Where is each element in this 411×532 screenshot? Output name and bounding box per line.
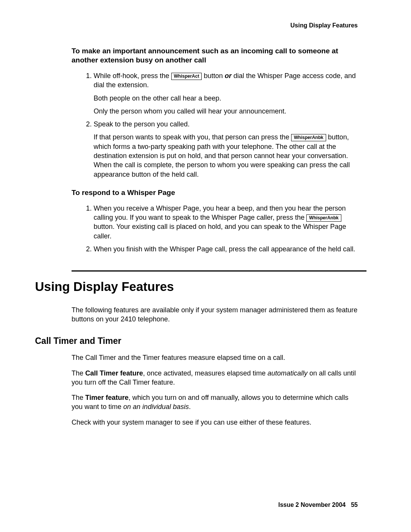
content-block: The following features are available onl… <box>72 305 358 324</box>
step-text: When you finish with the Whisper Page ca… <box>94 245 355 253</box>
chapter-heading: Using Display Features <box>35 278 358 296</box>
horizontal-rule <box>72 270 366 272</box>
text: The <box>72 394 85 401</box>
intro-paragraph: The following features are available onl… <box>72 305 358 324</box>
content-block: To make an important announcement such a… <box>72 46 358 272</box>
content-block: The Call Timer and the Timer features me… <box>72 353 358 427</box>
step-text: button. Your existing call is placed on … <box>94 223 346 240</box>
text: . <box>189 403 191 411</box>
whisperanbk-button-label: WhisperAnbk <box>306 214 341 222</box>
section-title-announcement: To make an important announcement such a… <box>72 46 358 65</box>
page-footer: Issue 2 November 200455 <box>278 501 358 509</box>
whisperanbk-button-label: WhisperAnbk <box>291 134 326 141</box>
step-paragraph: Both people on the other call hear a bee… <box>94 94 358 103</box>
steps-list-respond: When you receive a Whisper Page, you hea… <box>72 204 358 254</box>
step-2: Speak to the person you called. If that … <box>94 120 358 179</box>
text: , once activated, measures elapsed time <box>143 369 268 377</box>
whisperact-button-label: WhisperAct <box>171 73 202 80</box>
bold-call-timer-feature: Call Timer feature <box>85 369 143 377</box>
step-2: When you finish with the Whisper Page ca… <box>94 244 358 254</box>
paragraph: Check with your system manager to see if… <box>72 418 358 427</box>
footer-issue: Issue 2 November 2004 <box>278 502 346 508</box>
step-1: While off-hook, press the WhisperAct but… <box>94 71 358 116</box>
step-1: When you receive a Whisper Page, you hea… <box>94 204 358 241</box>
step-text: While off-hook, press the <box>94 72 171 80</box>
italic-individual-basis: on an individual basis <box>123 403 189 411</box>
subsection-heading: Call Timer and Timer <box>35 335 358 347</box>
step-paragraph: If that person wants to speak with you, … <box>94 133 358 179</box>
step-text: button <box>202 72 225 80</box>
step-paragraph: Only the person whom you called will hea… <box>94 107 358 116</box>
step-text: If that person wants to speak with you, … <box>94 133 291 141</box>
running-header: Using Display Features <box>53 21 358 30</box>
emphasis-or: or <box>225 72 232 80</box>
text: The <box>72 369 85 377</box>
paragraph: The Call Timer and the Timer features me… <box>72 353 358 362</box>
section-title-respond: To respond to a Whisper Page <box>72 188 358 198</box>
bold-timer-feature: Timer feature <box>85 394 129 401</box>
paragraph: The Call Timer feature, once activated, … <box>72 369 358 387</box>
document-page: Using Display Features To make an import… <box>0 0 411 532</box>
steps-list-announcement: While off-hook, press the WhisperAct but… <box>72 71 358 179</box>
italic-automatically: automatically <box>268 369 307 377</box>
footer-page-number: 55 <box>351 502 358 508</box>
paragraph: The Timer feature, which you turn on and… <box>72 393 358 412</box>
step-text: Speak to the person you called. <box>94 120 190 128</box>
